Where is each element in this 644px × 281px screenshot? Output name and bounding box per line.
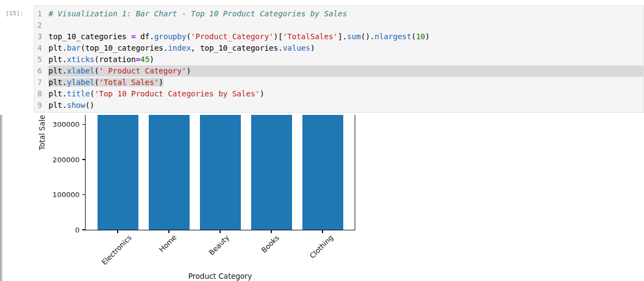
code-token: 45 bbox=[141, 55, 150, 64]
code-line-5[interactable]: plt.xticks(rotation=45) bbox=[48, 54, 643, 65]
bar-clothing bbox=[302, 115, 343, 230]
line-number: 5 bbox=[34, 54, 42, 65]
line-number: 7 bbox=[34, 77, 42, 88]
code-token: xticks bbox=[67, 55, 95, 64]
code-token: plt. bbox=[48, 78, 67, 87]
code-line-1[interactable]: # Visualization 1: Bar Chart - Top 10 Pr… bbox=[48, 8, 643, 20]
x-tick bbox=[168, 230, 169, 233]
line-number-gutter: 123456789 bbox=[34, 8, 47, 111]
line-number: 9 bbox=[34, 100, 42, 111]
code-token: 'TotalSales' bbox=[283, 32, 338, 41]
code-token: sum bbox=[347, 32, 361, 41]
code-line-3[interactable]: top_10_categories = df.groupby('Product_… bbox=[48, 31, 643, 42]
code-token: ) bbox=[186, 66, 191, 75]
code-token: (rotation bbox=[94, 55, 136, 64]
code-token: ' Product Category' bbox=[99, 66, 186, 75]
code-token: ) bbox=[310, 44, 314, 52]
bar-beauty bbox=[200, 115, 241, 230]
code-lines[interactable]: # Visualization 1: Bar Chart - Top 10 Pr… bbox=[48, 8, 643, 111]
y-axis-label: Total Sales bbox=[38, 115, 46, 150]
code-cell[interactable]: 123456789 # Visualization 1: Bar Chart -… bbox=[34, 5, 644, 113]
execution-count: [15]: bbox=[5, 9, 33, 19]
code-token: title bbox=[67, 89, 90, 98]
code-token: plt. bbox=[48, 66, 67, 75]
code-token: (top_10_categories. bbox=[81, 44, 168, 52]
y-tick-label-200000: 200000 bbox=[52, 156, 80, 163]
x-tick bbox=[117, 230, 118, 233]
code-token: top_10_categories bbox=[48, 32, 131, 41]
line-number: 6 bbox=[34, 65, 42, 77]
code-token: xlabel bbox=[67, 66, 95, 75]
code-token: (). bbox=[361, 32, 374, 41]
x-tick bbox=[220, 230, 221, 233]
code-line-4[interactable]: plt.bar(top_10_categories.index, top_10_… bbox=[48, 42, 643, 54]
code-token: ) bbox=[425, 32, 429, 41]
code-token: = bbox=[131, 32, 136, 41]
bar-books bbox=[251, 115, 292, 230]
code-line-7[interactable]: plt.ylabel('Total Sales') bbox=[48, 77, 643, 88]
y-tick bbox=[82, 194, 86, 196]
code-token: ) bbox=[149, 55, 154, 64]
code-token: 'Product_Category' bbox=[191, 32, 274, 41]
y-tick bbox=[82, 124, 86, 125]
code-token: ) bbox=[260, 89, 264, 98]
code-token: plt. bbox=[48, 55, 67, 64]
code-token: () bbox=[85, 101, 94, 109]
y-tick bbox=[82, 159, 86, 160]
code-token: 'Top 10 Product Categories by Sales' bbox=[94, 89, 259, 98]
selection-highlight: plt.ylabel('Total Sales') bbox=[48, 78, 163, 87]
y-tick-label-0: 0 bbox=[75, 227, 80, 234]
x-tick-label-electronics: Electronics bbox=[100, 234, 133, 267]
x-tick-label-books: Books bbox=[260, 234, 281, 254]
x-tick-label-home: Home bbox=[157, 234, 178, 254]
x-tick bbox=[322, 230, 323, 233]
code-token: nlargest bbox=[375, 32, 411, 41]
code-token: ylabel bbox=[67, 78, 95, 87]
code-token: index bbox=[168, 44, 191, 52]
y-tick bbox=[82, 229, 86, 230]
code-line-6[interactable]: plt.xlabel(' Product Category') bbox=[48, 65, 643, 77]
y-tick-label-300000: 300000 bbox=[52, 121, 80, 128]
code-token: = bbox=[136, 55, 140, 64]
code-token: bar bbox=[67, 44, 81, 52]
line-number: 3 bbox=[34, 31, 42, 42]
line-number: 2 bbox=[34, 20, 42, 31]
x-tick-label-clothing: Clothing bbox=[308, 234, 335, 260]
code-token: values bbox=[283, 44, 311, 52]
code-line-2[interactable] bbox=[48, 20, 643, 31]
code-token: ) bbox=[159, 78, 163, 87]
code-token: plt. bbox=[48, 101, 67, 109]
x-axis-label: Product Category bbox=[85, 272, 355, 280]
line-number: 4 bbox=[34, 42, 42, 54]
code-token: ]. bbox=[338, 32, 347, 41]
code-token: 'Total Sales' bbox=[99, 78, 159, 87]
code-token: plt. bbox=[48, 89, 67, 98]
bar-electronics bbox=[98, 115, 138, 230]
code-token: show bbox=[67, 101, 86, 109]
bar-home bbox=[149, 115, 190, 230]
figure-output[interactable]: 0100000200000300000ElectronicsHomeBeauty… bbox=[3, 115, 358, 281]
code-token: df. bbox=[136, 32, 154, 41]
code-token: groupby bbox=[154, 32, 186, 41]
code-token: 10 bbox=[416, 32, 425, 41]
y-tick-label-100000: 100000 bbox=[52, 191, 80, 198]
code-token: , top_10_categories. bbox=[191, 44, 283, 52]
x-tick bbox=[271, 230, 272, 233]
code-token: ( bbox=[94, 78, 99, 87]
code-token: # Visualization 1: Bar Chart - Top 10 Pr… bbox=[48, 9, 347, 18]
line-number: 8 bbox=[34, 88, 42, 100]
code-line-9[interactable]: plt.show() bbox=[48, 100, 643, 111]
code-token: plt. bbox=[48, 44, 67, 52]
line-number: 1 bbox=[34, 8, 42, 20]
code-line-8[interactable]: plt.title('Top 10 Product Categories by … bbox=[48, 88, 643, 100]
code-token: ( bbox=[94, 66, 99, 75]
x-tick-label-beauty: Beauty bbox=[207, 234, 230, 257]
code-token: )[ bbox=[274, 32, 283, 41]
